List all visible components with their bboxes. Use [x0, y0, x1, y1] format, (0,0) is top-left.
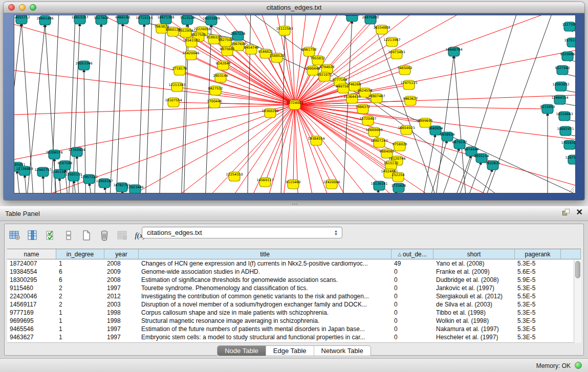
- graph-node-label: 6794028: [320, 65, 335, 69]
- scrollbar-thumb[interactable]: [575, 261, 580, 278]
- graph-node-label: 10973493: [388, 50, 405, 54]
- column-header-name[interactable]: name: [7, 249, 56, 259]
- graph-node-label: 2803144: [213, 74, 228, 78]
- graph-node-label: 14055712: [14, 15, 30, 19]
- table-scrollbar[interactable]: [574, 260, 581, 343]
- float-panel-icon[interactable]: [562, 209, 570, 216]
- graph-node-label: 8427552: [208, 86, 223, 91]
- table-cell: Disruption of a novel member of a sodium…: [139, 300, 391, 309]
- table-settings-icon[interactable]: [9, 229, 21, 242]
- graph-node-label: 1588520: [270, 54, 285, 58]
- table-cell: 5.5E-5: [515, 292, 561, 300]
- graph-node-label: 9115460: [286, 180, 301, 184]
- graph-node-label: 9242848: [216, 61, 231, 65]
- graph-node-label: 7857224: [231, 32, 246, 36]
- panel-splitter-handle[interactable]: [292, 203, 297, 206]
- graph-node-label: 12942757: [34, 168, 51, 172]
- table-row[interactable]: 946362711997Embryonic stem cells: a mode…: [7, 333, 581, 341]
- graph-node-label: 10688609: [365, 128, 382, 132]
- graph-node-label: 9875685: [220, 47, 235, 51]
- table-cell: 1: [56, 309, 104, 317]
- table-cell: 1: [56, 325, 104, 333]
- window-titlebar[interactable]: citations_edges.txt: [4, 2, 584, 13]
- table-row[interactable]: 911546021997Tourette syndrome. Phenomeno…: [7, 284, 581, 292]
- graph-node-label: 12213967: [383, 38, 400, 42]
- table-row[interactable]: 1830029562008Estimation of significance …: [7, 276, 581, 284]
- graph-node-label: 10719155: [136, 16, 153, 20]
- graph-node-label: 17359924: [68, 148, 85, 152]
- graph-node-label: 9899695: [418, 119, 433, 123]
- table-row[interactable]: 969969511998Structural magnetic resonanc…: [7, 317, 581, 325]
- table-row[interactable]: 1938455462009Genome-wide association stu…: [7, 268, 581, 276]
- graph-edge: [295, 98, 377, 105]
- network-canvas[interactable]: 1405571220691406106532871527602646616010…: [14, 15, 576, 193]
- table-cell: Embryonic stem cells: a model to study s…: [139, 333, 391, 341]
- memory-status-indicator[interactable]: [575, 362, 582, 369]
- table-cell: 0: [391, 292, 433, 300]
- table-row[interactable]: 977716911998Corpus callosum shape and si…: [7, 309, 581, 317]
- column-header-in_degree[interactable]: in_degree: [56, 249, 104, 259]
- table-cell: 2012: [104, 292, 139, 300]
- resize-grip[interactable]: [568, 185, 575, 192]
- new-table-icon[interactable]: [80, 229, 93, 242]
- table-row[interactable]: 1872400712008Changes of HCN gene express…: [7, 259, 581, 268]
- table-cell: 0: [391, 309, 433, 317]
- table-cell: Wolkin et al. (1998): [433, 317, 515, 325]
- graph-node-label: 9827508: [219, 38, 233, 42]
- tab-node-table[interactable]: Node Table: [217, 346, 266, 356]
- table-row[interactable]: 946554611997Estimation of the future num…: [7, 325, 581, 333]
- graph-node-label: 16671388: [157, 15, 174, 19]
- import-table-icon[interactable]: [116, 229, 128, 242]
- graph-node-label: 6961758: [302, 48, 317, 52]
- column-header-out_de[interactable]: △out_de...: [391, 249, 433, 259]
- graph-node-label: 16033809: [203, 16, 220, 20]
- table-row[interactable]: 2242004622012Investigating the contribut…: [7, 292, 581, 300]
- table-cell: Tourette syndrome. Phenomenology and cla…: [139, 284, 391, 292]
- graph-node-label: 9756928: [393, 142, 407, 146]
- tab-edge-table[interactable]: Edge Table: [266, 346, 314, 356]
- tab-network-table[interactable]: Network Table: [314, 346, 371, 356]
- select-all-icon[interactable]: [45, 229, 57, 242]
- table-cell: Yano et al. (2008): [433, 259, 515, 268]
- clear-selection-icon[interactable]: [62, 229, 75, 242]
- table-row[interactable]: 1456911722003Disruption of a novel membe…: [7, 300, 581, 309]
- table-cell: 5.9E-5: [515, 276, 561, 284]
- table-cell: 1: [56, 317, 104, 325]
- graph-edge: [72, 23, 80, 193]
- table-cell: 1997: [104, 333, 139, 341]
- table-select-dropdown[interactable]: citations_edges.txt ▲▼: [142, 227, 342, 238]
- graph-edge: [280, 15, 286, 193]
- graph-edge: [145, 15, 153, 193]
- graph-node-label: 7515528: [180, 16, 195, 20]
- graph-node-label: 13958167: [96, 179, 113, 183]
- network-graph: 1405571220691406106532871527602646616010…: [14, 15, 575, 193]
- select-column-icon[interactable]: [27, 229, 39, 242]
- close-panel-icon[interactable]: ✕: [576, 209, 583, 216]
- column-header-title[interactable]: title: [139, 249, 391, 259]
- graph-edge: [177, 87, 295, 105]
- column-header-short[interactable]: short: [433, 249, 515, 259]
- column-header-year[interactable]: year: [104, 249, 139, 259]
- graph-edge: [180, 71, 295, 105]
- delete-table-icon[interactable]: [98, 229, 111, 242]
- graph-node-label: 10120746: [388, 157, 405, 161]
- table-cell: 2: [56, 300, 104, 309]
- column-header-pagerank[interactable]: pagerank: [515, 249, 561, 259]
- graph-node-label: 12213383: [168, 83, 185, 87]
- graph-node-label: 1640954: [428, 126, 443, 130]
- graph-node-label: 8215953: [540, 105, 555, 109]
- table-cell: 1: [56, 259, 104, 268]
- table-cell: 1998: [104, 317, 139, 325]
- graph-node-label: 15720407: [359, 117, 376, 121]
- table-cell: Jankovic et al. (1997): [433, 284, 515, 292]
- graph-node-label: 12975115: [400, 81, 417, 85]
- graph-node-label: 12093832: [552, 82, 569, 86]
- network-window: citations_edges.txt 14055712206914061065…: [4, 2, 584, 200]
- graph-node-label: 1527602: [94, 16, 109, 20]
- graph-node-label: 10653287: [71, 15, 88, 19]
- graph-node-label: 14569117: [256, 178, 273, 182]
- graph-node-label: 8813054: [345, 15, 360, 17]
- table-cell: 5.3E-5: [515, 309, 561, 317]
- graph-node-label: 15692971: [557, 127, 574, 131]
- table-cell: 1997: [104, 284, 139, 292]
